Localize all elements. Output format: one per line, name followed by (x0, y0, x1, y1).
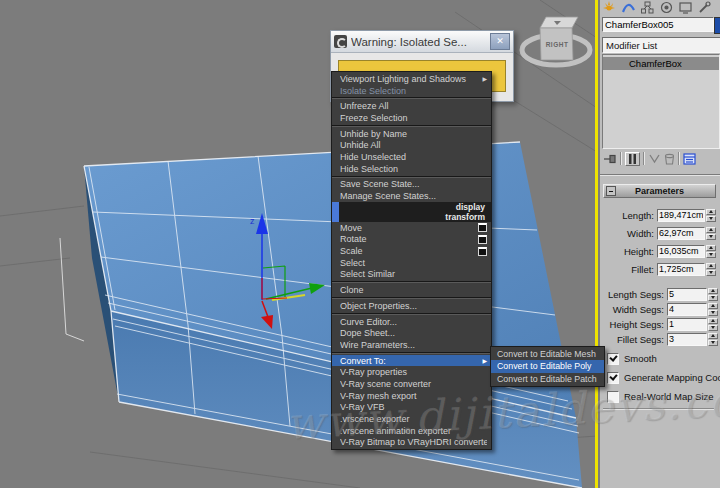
width-segs-spinner[interactable] (708, 303, 718, 316)
width-spinner[interactable] (706, 227, 716, 240)
menu-item-move[interactable]: Move (332, 222, 491, 234)
command-panel: Modifier List ChamferBox (600, 0, 720, 488)
modifier-stack-list[interactable]: ChamferBox (602, 54, 720, 149)
display-tab-icon[interactable] (678, 1, 693, 14)
menu-item-vray-scene-converter[interactable]: V-Ray scene converter (332, 378, 491, 390)
menu-separator (332, 97, 491, 99)
menu-item-vray-vfb[interactable]: V-Ray VFB (332, 402, 491, 414)
menu-item-unhide-by-name[interactable]: Unhide by Name (332, 128, 491, 140)
fillet-row: Fillet: (600, 262, 720, 276)
menu-item-scale[interactable]: Scale (332, 245, 491, 257)
smooth-checkbox[interactable]: Smooth (607, 352, 657, 365)
rollout-title: Parameters (635, 186, 684, 196)
menu-item-manage-scene-states[interactable]: Manage Scene States... (332, 190, 491, 202)
menu-item-rotate[interactable]: Rotate (332, 234, 491, 246)
menu-item-vray-properties[interactable]: V-Ray properties (332, 366, 491, 378)
menu-item-unhide-all[interactable]: Unhide All (332, 139, 491, 151)
settings-dialog-icon[interactable] (478, 223, 487, 232)
menu-item-vray-bitmap-converter[interactable]: V-Ray Bitmap to VRayHDRI converter (332, 437, 491, 449)
gizmo-z-label: z (250, 216, 255, 226)
menu-item-select-similar[interactable]: Select Similar (332, 269, 491, 281)
checkbox-box[interactable] (607, 353, 619, 365)
dialog-titlebar[interactable]: Warning: Isolated Se... ✕ (331, 31, 513, 53)
menu-item-vrscene-animation-exporter[interactable]: .vrscene animation exporter (332, 425, 491, 437)
viewcube-face-label[interactable]: RIGHT (546, 41, 569, 48)
motion-tab-icon[interactable] (659, 1, 674, 14)
make-unique-icon[interactable] (648, 153, 661, 165)
object-name-field[interactable] (602, 17, 714, 32)
parameters-rollout-header[interactable]: Parameters (603, 184, 716, 198)
toolbar-separator (620, 152, 622, 165)
length-segs-field[interactable] (667, 288, 707, 301)
3dsmax-app-icon (334, 35, 347, 48)
length-segs-spinner[interactable] (708, 288, 718, 301)
settings-dialog-icon[interactable] (478, 235, 487, 244)
modify-tab-icon[interactable] (621, 1, 636, 14)
height-spinner[interactable] (706, 245, 716, 258)
close-icon[interactable]: ✕ (490, 33, 510, 50)
height-segs-field[interactable] (667, 318, 707, 331)
quad-header-marker (332, 212, 339, 222)
menu-item-curve-editor[interactable]: Curve Editor... (332, 316, 491, 328)
quad-header-transform: transform (332, 212, 491, 222)
fillet-segs-spinner[interactable] (708, 333, 718, 346)
fillet-field[interactable] (657, 263, 705, 276)
menu-item-object-properties[interactable]: Object Properties... (332, 300, 491, 312)
panel-divider[interactable] (600, 174, 720, 176)
quad-header-marker (332, 202, 339, 212)
height-segs-row: Height Segs: (600, 317, 720, 331)
pin-stack-icon[interactable] (604, 153, 617, 165)
object-name-row (602, 17, 720, 32)
dialog-title: Warning: Isolated Se... (351, 36, 486, 48)
submenu-item-editable-poly[interactable]: Convert to Editable Poly (491, 360, 604, 372)
stack-item-chamferbox[interactable]: ChamferBox (603, 57, 719, 70)
remove-modifier-icon[interactable] (664, 153, 675, 165)
create-tab-icon[interactable] (602, 1, 617, 14)
menu-item-select[interactable]: Select (332, 257, 491, 269)
menu-item-isolate-selection[interactable]: Isolate Selection (332, 85, 491, 97)
menu-item-dope-sheet[interactable]: Dope Sheet... (332, 327, 491, 339)
generate-mapping-coords-checkbox[interactable]: Generate Mapping Coords. (607, 371, 720, 384)
menu-item-clone[interactable]: Clone (332, 284, 491, 296)
width-segs-row: Width Segs: (600, 302, 720, 316)
hierarchy-tab-icon[interactable] (640, 1, 655, 14)
object-color-swatch[interactable] (714, 17, 720, 34)
length-spinner[interactable] (706, 209, 716, 222)
length-segs-row: Length Segs: (600, 287, 720, 301)
menu-item-convert-to[interactable]: Convert To:▶ (332, 355, 491, 367)
fillet-segs-field[interactable] (667, 333, 707, 346)
submenu-arrow-icon: ▶ (482, 76, 487, 82)
menu-separator (332, 125, 491, 127)
menu-item-vrscene-exporter[interactable]: .vrscene exporter (332, 413, 491, 425)
checkbox-box[interactable] (607, 391, 619, 403)
checkbox-box[interactable] (607, 372, 619, 384)
configure-modifier-sets-icon[interactable] (683, 153, 696, 165)
collapse-rollout-icon[interactable] (606, 186, 616, 196)
fillet-spinner[interactable] (706, 263, 716, 276)
menu-item-hide-unselected[interactable]: Hide Unselected (332, 151, 491, 163)
context-menu: Viewport Lighting and Shadows▶ Isolate S… (331, 71, 492, 450)
menu-item-vray-mesh-export[interactable]: V-Ray mesh export (332, 390, 491, 402)
menu-item-save-scene-state[interactable]: Save Scene State... (332, 179, 491, 191)
viewcube[interactable]: RIGHT (522, 17, 590, 65)
generate-mapping-coords-label: Generate Mapping Coords. (624, 372, 720, 383)
menu-item-unfreeze-all[interactable]: Unfreeze All (332, 100, 491, 112)
height-field[interactable] (657, 245, 705, 258)
menu-item-viewport-lighting[interactable]: Viewport Lighting and Shadows▶ (332, 73, 491, 85)
length-segs-label: Length Segs: (600, 289, 667, 300)
show-end-result-icon[interactable] (625, 152, 640, 166)
width-field[interactable] (657, 227, 705, 240)
length-field[interactable] (657, 209, 705, 222)
menu-item-hide-selection[interactable]: Hide Selection (332, 163, 491, 175)
submenu-item-editable-mesh[interactable]: Convert to Editable Mesh (491, 348, 604, 360)
menu-item-wire-parameters[interactable]: Wire Parameters... (332, 339, 491, 351)
real-world-map-size-checkbox[interactable]: Real-World Map Size (607, 390, 714, 403)
menu-separator (332, 176, 491, 178)
menu-item-freeze-selection[interactable]: Freeze Selection (332, 112, 491, 124)
settings-dialog-icon[interactable] (478, 247, 487, 256)
width-segs-field[interactable] (667, 303, 707, 316)
submenu-item-editable-patch[interactable]: Convert to Editable Patch (491, 373, 604, 385)
utilities-tab-icon[interactable] (697, 1, 712, 14)
height-segs-spinner[interactable] (708, 318, 718, 331)
modifier-list-dropdown[interactable]: Modifier List (602, 37, 720, 53)
